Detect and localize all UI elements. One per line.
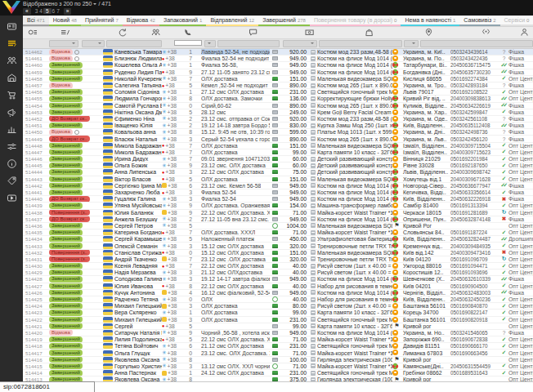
phone-cell[interactable]: ✳+38 xyxy=(162,96,185,101)
table-row[interactable]: 514421 Завершений Сергей ●+38 5 99.00 Ка… xyxy=(23,323,533,330)
phone-cell[interactable]: ✳+38 xyxy=(162,136,185,141)
tracking-number[interactable]: 0503242599847 xyxy=(450,109,499,115)
comment-cell[interactable]: Серый 52-54 уехала с города xyxy=(193,136,270,141)
status-cell[interactable]: Відмова xyxy=(47,129,98,135)
comment-cell[interactable]: 22.12 смс ОЛХ доставка xyxy=(193,169,270,175)
product-name[interactable]: Детский развивающий конструк.. xyxy=(317,163,392,168)
tag-icon[interactable] xyxy=(7,176,17,186)
table-row[interactable]: 514450 Відмова Ковальова анна ✳+38 8 15.… xyxy=(23,129,533,136)
table-row[interactable]: 514427 Завершений Юлия Иванова ●+38 8 22… xyxy=(23,283,533,290)
product-name[interactable]: Рисуй светом (1шт. x 40.00 = 40.. xyxy=(317,263,392,269)
delivery-address[interactable]: Украина, м. Оде.. xyxy=(401,116,450,122)
delivery-address[interactable]: Київ, Відділенн.. xyxy=(401,196,450,202)
tracking-number[interactable] xyxy=(450,357,499,363)
client-name[interactable]: Надія Мерзаєва xyxy=(114,270,162,275)
delivery-address[interactable]: Корець 34700 xyxy=(401,310,450,315)
product-name[interactable]: Костюм на флисе Мод 1014 (1ш.. xyxy=(317,276,392,282)
tracking-number[interactable]: 0501690822147 xyxy=(450,310,499,315)
status-cell[interactable]: Завершений xyxy=(47,357,98,363)
phone-cell[interactable]: ✳+38 xyxy=(162,363,185,369)
tracking-number[interactable]: 0503243439614 xyxy=(450,49,499,55)
comment-cell[interactable]: 22.12 смс ОЛХ доставка. ХХЛ xyxy=(193,210,270,216)
client-name[interactable]: Радченко Тетяна xyxy=(114,296,162,302)
status-cell[interactable]: Завершений xyxy=(47,343,98,349)
phone-cell[interactable]: ✳+38 xyxy=(162,49,185,55)
table-row[interactable]: 514434 Завершений Сергей Карамышев ✳+38 … xyxy=(23,236,533,243)
phone-cell[interactable]: ✳+38 xyxy=(162,310,185,315)
comment-cell[interactable]: ОЛХ доставка xyxy=(193,149,270,155)
client-name[interactable]: Юлия Иванова xyxy=(114,283,162,289)
status-cell[interactable]: Завершений xyxy=(47,203,98,208)
table-row[interactable]: 514461 Відмова Близнюк Людмила .. ●+38 7… xyxy=(23,56,533,62)
table-row[interactable]: 514419 Завершений Лилия Подолинская ●+38… xyxy=(23,336,533,343)
client-name[interactable]: Сергей xyxy=(114,323,162,329)
delivery-location-icon[interactable] xyxy=(424,28,433,37)
delivery-address[interactable]: Київ, Відділенн.. xyxy=(401,296,450,302)
product-name[interactable]: Куртка Замш Мод 250 (1шт. x 8.. xyxy=(317,122,392,128)
phone-cell[interactable]: ✳+38 xyxy=(162,129,185,135)
client-name[interactable]: Сергей Петров xyxy=(114,223,162,229)
product-name[interactable]: Костюм мод 265 (1шт. x 890.00 .. xyxy=(317,103,392,109)
product-name[interactable]: Костюм на флисе Мод 1014 (1ш.. xyxy=(317,290,392,296)
tracking-number[interactable]: 0501691313394 xyxy=(450,203,499,208)
phone-cell[interactable]: ✳+38 xyxy=(162,196,185,202)
phone-cell[interactable]: ✳+38 xyxy=(162,330,185,336)
tracking-number[interactable]: 20450636677947 xyxy=(450,183,499,189)
comment-cell[interactable]: 22.12 смс ОЛХ доставка xyxy=(193,283,270,289)
comment-cell[interactable]: Фиалка 52-54 не подходит xyxy=(193,56,270,61)
status-tab[interactable]: Відмова42 xyxy=(123,16,159,26)
tracking-number[interactable]: 0503241546065 xyxy=(450,330,499,336)
product-name[interactable]: Светящийся гоночный трек Ma.. xyxy=(317,343,392,349)
comment-cell[interactable]: Лаванда 52-54, не подходит xyxy=(193,49,270,55)
manager-icon[interactable] xyxy=(520,28,529,37)
phone-cell[interactable]: ●+38 xyxy=(162,56,185,61)
delivery-address[interactable]: Кривой рог xyxy=(401,323,450,329)
client-name[interactable]: Кучук Антонина xyxy=(114,290,162,296)
client-name[interactable]: Кошелева Ольга Ар.. xyxy=(114,62,162,68)
tracking-number[interactable]: 0503242456120 xyxy=(450,136,499,141)
delivery-address[interactable]: Баштанка 56101 xyxy=(401,317,450,323)
product-name[interactable]: Костюм на флисе Мод 1014 (1ш.. xyxy=(317,69,392,75)
table-row[interactable]: 514456 Завершений Соломія Сідоніна ✳+38 … xyxy=(23,89,533,96)
delivery-address[interactable]: Київ, Відділенн.. xyxy=(401,122,450,128)
delivery-address[interactable]: Украина, м. Киї.. xyxy=(401,49,450,55)
client-name[interactable]: Тетяна Войтович xyxy=(114,343,162,349)
phone-cell[interactable]: +38 xyxy=(162,370,185,376)
status-tab[interactable]: Відправлений12 xyxy=(206,16,258,26)
delivery-address[interactable]: Запоріжжя 690.. xyxy=(401,336,450,342)
comment-cell[interactable]: 23.12 смс. ОЛХ доставка xyxy=(193,163,270,168)
delivery-address[interactable]: Кривий Ріг від, .. xyxy=(401,96,450,101)
product-name[interactable]: Крем Goji Berry Facial Cream *5.. xyxy=(317,109,392,115)
phone-cell[interactable]: ●+38 xyxy=(162,169,185,175)
delivery-address[interactable]: Новгород-Сівер.. xyxy=(401,183,450,189)
client-name[interactable]: Лилия Подолинская xyxy=(114,336,162,342)
product-name[interactable]: Майка-корсет Waist Trainer *142.. xyxy=(317,350,392,355)
delivery-address[interactable]: Опришени, Пун.. xyxy=(401,216,450,222)
delivery-address[interactable]: Шевченкове (Х.. xyxy=(401,276,450,282)
tracking-number[interactable]: 20450633356614 xyxy=(450,189,499,195)
delivery-address[interactable]: Кегичівка, Відді.. xyxy=(401,189,450,195)
phone-cell[interactable]: ✳+38 xyxy=(162,236,185,242)
delivery-address[interactable]: Украина, м. По.. xyxy=(401,56,450,61)
status-cell[interactable]: Завершений xyxy=(47,183,98,189)
table-row[interactable]: 514447 Завершений Микола Бадражан ●+38 7… xyxy=(23,149,533,156)
table-row[interactable]: 514453 Завершений Нікітіна Оксана Дми.. … xyxy=(23,109,533,116)
delivery-address[interactable]: Хомутець від.1 xyxy=(401,176,450,182)
phone-cell[interactable]: ✳+38 xyxy=(162,223,185,229)
status-cell[interactable]: Завершений xyxy=(47,122,98,128)
comment-cell[interactable]: 09.01 звернення 10471203 04.. xyxy=(193,156,270,162)
status-cell[interactable]: Завершений xyxy=(47,317,98,323)
tracking-number[interactable]: 0503243422436 xyxy=(450,56,499,61)
phone-cell[interactable]: ●+38 xyxy=(162,323,185,329)
delivery-address[interactable]: Кременчук від.. xyxy=(401,243,450,248)
status-tab[interactable]: Нема в наявності1 xyxy=(401,16,459,26)
phone-cell[interactable]: ●+38 xyxy=(162,283,185,289)
status-cell[interactable]: Завершений xyxy=(47,149,98,155)
product-name[interactable]: Маленькая видеокамера SQ8 *.. xyxy=(317,76,392,82)
phone-cell[interactable]: +38 xyxy=(162,290,185,296)
comments-icon[interactable] xyxy=(249,28,258,37)
product-name[interactable]: Костюм мод 233 разм,48-58 (1.. xyxy=(317,49,392,55)
delivery-address[interactable]: Львів, Відділенн.. xyxy=(401,169,450,175)
status-cell[interactable]: Завершений xyxy=(47,296,98,302)
product-name[interactable]: Костюм на флисе Мод 1014 (1ш.. xyxy=(317,189,392,195)
